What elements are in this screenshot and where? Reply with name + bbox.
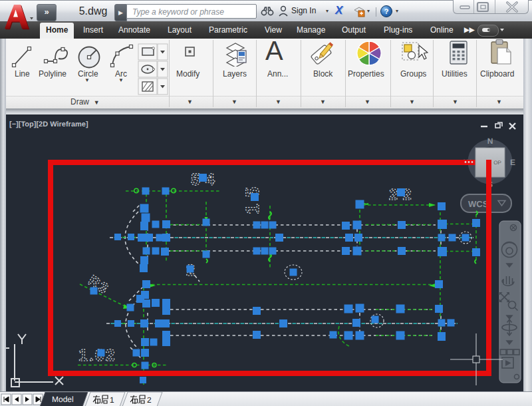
svg-text:WCS: WCS [468, 199, 489, 209]
svg-text:2: 2 [147, 395, 152, 405]
svg-text:1.02: 1.02 [78, 346, 116, 365]
svg-text:N: N [487, 136, 493, 146]
svg-text:[−][Top][2D Wireframe]: [−][Top][2D Wireframe] [9, 120, 88, 128]
svg-text:?: ? [384, 8, 389, 16]
svg-text:R3: R3 [85, 272, 112, 297]
svg-text:E: E [510, 158, 515, 167]
svg-text:Model: Model [52, 395, 74, 404]
svg-text:1: 1 [110, 395, 114, 405]
svg-text:OP: OP [493, 160, 501, 166]
